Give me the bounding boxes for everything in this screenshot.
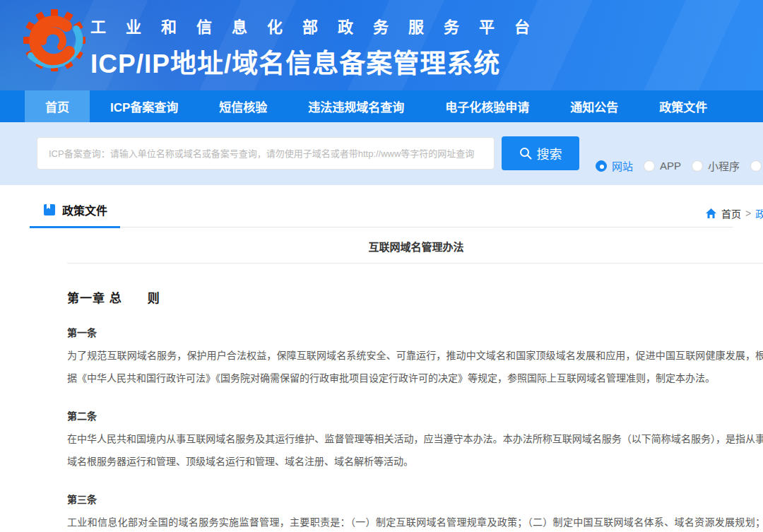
main-nav: 首页 ICP备案查询 短信核验 违法违规域名查询 电子化核验申请 通知公告 政策… bbox=[0, 90, 763, 122]
icp-search-input[interactable] bbox=[37, 137, 495, 170]
nav-item-notices[interactable]: 通知公告 bbox=[550, 90, 639, 122]
radio-dot-icon bbox=[644, 160, 655, 172]
nav-item-home[interactable]: 首页 bbox=[25, 90, 90, 122]
section-title: 政策文件 bbox=[62, 201, 107, 218]
policy-article: 互联网域名管理办法 第一章 总 则 第一条 为了规范互联网域名服务，保护用户合法… bbox=[67, 239, 763, 532]
breadcrumb-current: 政策文件 bbox=[755, 206, 763, 220]
clause-heading: 第二条 bbox=[67, 408, 763, 422]
radio-dot-icon bbox=[750, 160, 762, 172]
site-header: 工业和信息化部政务服务平台 ICP/IP地址/域名信息备案管理系统 bbox=[0, 0, 763, 90]
platform-name: 工业和信息化部政务服务平台 bbox=[90, 14, 550, 37]
radio-website[interactable]: 网站 bbox=[596, 158, 633, 173]
article-title: 互联网域名管理办法 bbox=[67, 239, 763, 254]
section-header: 政策文件 首页 > 政策文件 bbox=[30, 185, 733, 227]
clause-text: 工业和信息化部对全国的域名服务实施监督管理，主要职责是：（一）制定互联网域名管理… bbox=[67, 511, 763, 532]
radio-label: APP bbox=[660, 160, 681, 172]
nav-item-sms-verify[interactable]: 短信核验 bbox=[199, 90, 288, 122]
clause-block: 第二条 在中华人民共和国境内从事互联网域名服务及其运行维护、监督管理等相关活动，… bbox=[67, 408, 763, 473]
search-type-radio-group: 网站 APP 小程序 快应用 bbox=[596, 158, 763, 173]
breadcrumb: 首页 > 政策文件 bbox=[705, 206, 763, 220]
chapter-heading: 第一章 总 则 bbox=[67, 288, 763, 306]
nav-item-e-verification-apply[interactable]: 电子化核验申请 bbox=[425, 90, 550, 122]
nav-item-illegal-domain-query[interactable]: 违法违规域名查询 bbox=[288, 90, 425, 122]
radio-app[interactable]: APP bbox=[644, 160, 681, 172]
nav-item-policy-files[interactable]: 政策文件 bbox=[639, 90, 728, 122]
search-button-label: 搜索 bbox=[537, 144, 562, 162]
clause-heading: 第三条 bbox=[67, 492, 763, 506]
article-divider bbox=[67, 263, 763, 264]
clause-block: 第三条 工业和信息化部对全国的域名服务实施监督管理，主要职责是：（一）制定互联网… bbox=[67, 492, 763, 532]
search-band: 搜索 网站 APP 小程序 快应用 bbox=[0, 122, 763, 185]
miit-gear-e-logo-icon bbox=[20, 6, 89, 80]
tab-policy-files[interactable]: 政策文件 bbox=[30, 201, 120, 227]
system-title: ICP/IP地址/域名信息备案管理系统 bbox=[90, 42, 550, 81]
radio-dot-icon bbox=[692, 160, 703, 172]
clause-text: 为了规范互联网域名服务，保护用户合法权益，保障互联网域名系统安全、可靠运行，推动… bbox=[67, 344, 763, 389]
radio-mini-program[interactable]: 小程序 bbox=[692, 158, 740, 173]
radio-label: 网站 bbox=[612, 158, 633, 173]
breadcrumb-separator: > bbox=[745, 208, 751, 219]
radio-label: 小程序 bbox=[708, 158, 740, 173]
search-button[interactable]: 搜索 bbox=[502, 136, 579, 170]
clause-heading: 第一条 bbox=[67, 325, 763, 339]
clause-text: 在中华人民共和国境内从事互联网域名服务及其运行维护、监督管理等相关活动，应当遵守… bbox=[67, 427, 763, 473]
book-icon bbox=[42, 203, 57, 217]
nav-item-icp-query[interactable]: ICP备案查询 bbox=[90, 90, 199, 122]
breadcrumb-home-link[interactable]: 首页 bbox=[721, 206, 741, 220]
clause-block: 第一条 为了规范互联网域名服务，保护用户合法权益，保障互联网域名系统安全、可靠运… bbox=[67, 325, 763, 389]
radio-quick-app[interactable]: 快应用 bbox=[750, 158, 763, 173]
home-icon bbox=[705, 208, 717, 219]
radio-dot-icon bbox=[596, 160, 607, 172]
magnifier-icon bbox=[519, 147, 532, 160]
